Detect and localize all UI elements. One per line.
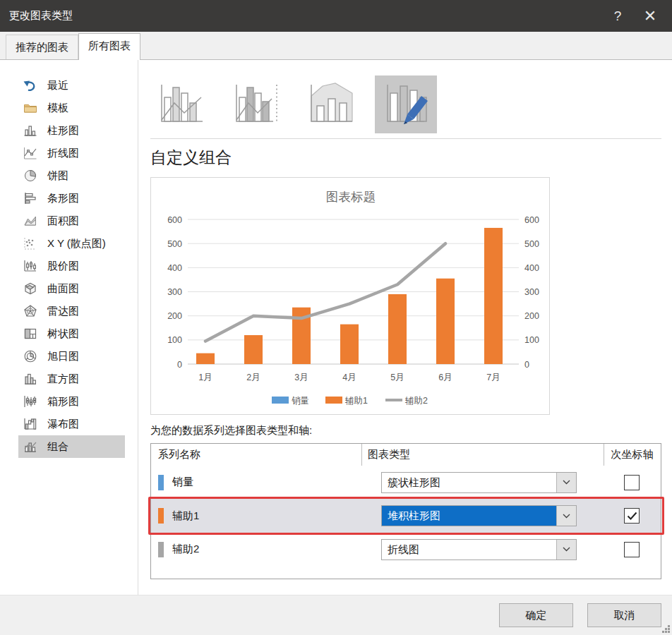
gallery-thumb-clustered-column-line-secondary-axis[interactable] (225, 75, 287, 133)
svg-text:400: 400 (524, 263, 539, 273)
resize-grip-icon[interactable] (661, 624, 670, 633)
sidebar-item-area[interactable]: 面积图 (18, 210, 125, 232)
series-table-header: 系列名称 图表类型 次坐标轴 (151, 444, 661, 466)
dialog-title: 更改图表类型 (0, 9, 601, 23)
svg-text:200: 200 (167, 311, 182, 321)
chart-type-list: 最近模板柱形图折线图饼图条形图面积图X Y (散点图)股价图曲面图雷达图树状图旭… (0, 60, 138, 595)
svg-text:5月: 5月 (390, 373, 404, 382)
series-color-swatch (158, 475, 164, 490)
svg-text:500: 500 (524, 239, 539, 249)
chevron-down-icon[interactable] (556, 506, 576, 526)
svg-text:100: 100 (167, 335, 182, 345)
sidebar-item-label: 条形图 (47, 192, 79, 205)
svg-text:0: 0 (177, 360, 182, 370)
sidebar-item-label: 箱形图 (47, 395, 79, 409)
svg-text:200: 200 (524, 311, 539, 321)
svg-text:7月: 7月 (486, 373, 500, 382)
sidebar-item-combo[interactable]: 组合 (18, 435, 125, 458)
sidebar-item-label: 模板 (47, 102, 68, 115)
sidebar-item-pie[interactable]: 饼图 (18, 164, 125, 187)
svg-text:300: 300 (524, 287, 539, 297)
secondary-axis-checkbox-sales[interactable] (624, 475, 640, 490)
histogram-chart-icon (23, 372, 38, 386)
help-button[interactable]: ? (601, 0, 634, 32)
gallery-thumb-stacked-area-clustered-column[interactable] (300, 75, 362, 133)
sidebar-item-scatter[interactable]: X Y (散点图) (18, 232, 125, 255)
sidebar-item-bar[interactable]: 条形图 (18, 187, 125, 210)
custom-combination-icon (382, 82, 430, 127)
sidebar-item-recent[interactable]: 最近 (18, 74, 125, 97)
svg-text:2月: 2月 (246, 373, 260, 382)
sidebar-item-label: 雷达图 (47, 305, 79, 318)
series-name-label: 辅助1 (172, 509, 199, 523)
sidebar-item-label: 组合 (47, 440, 68, 454)
sidebar-item-stock[interactable]: 股价图 (18, 255, 125, 277)
sidebar-item-template[interactable]: 模板 (18, 97, 125, 119)
ok-button[interactable]: 确定 (499, 603, 573, 627)
header-chart-type: 图表类型 (361, 444, 604, 466)
sidebar-item-label: 最近 (47, 79, 68, 92)
svg-text:600: 600 (167, 215, 182, 225)
chart-type-value: 折线图 (382, 540, 556, 560)
section-heading: 自定义组合 (150, 146, 672, 169)
svg-text:300: 300 (167, 287, 182, 297)
svg-text:6月: 6月 (438, 373, 452, 382)
titlebar[interactable]: 更改图表类型 ? ✕ (0, 0, 672, 32)
secondary-axis-checkbox-aux1[interactable] (624, 508, 640, 524)
cancel-button[interactable]: 取消 (587, 603, 661, 627)
chart-type-dropdown-sales[interactable]: 簇状柱形图 (381, 472, 577, 493)
sidebar-item-histogram[interactable]: 直方图 (18, 368, 125, 390)
sidebar-item-label: 饼图 (47, 169, 68, 183)
pie-chart-icon (23, 169, 38, 183)
tab-all-charts[interactable]: 所有图表 (78, 33, 140, 60)
area-chart-icon (23, 214, 38, 228)
series-name-cell: 销量 (151, 475, 361, 490)
sunburst-chart-icon (23, 349, 38, 363)
series-name-label: 销量 (172, 476, 193, 489)
svg-text:1月: 1月 (198, 373, 212, 382)
tab-recommended-charts[interactable]: 推荐的图表 (6, 35, 78, 60)
box-whisker-chart-icon (23, 394, 38, 409)
chevron-down-icon[interactable] (556, 540, 576, 560)
sidebar-item-surface[interactable]: 曲面图 (18, 277, 125, 300)
secondary-axis-checkbox-aux2[interactable] (624, 542, 640, 557)
treemap-chart-icon (23, 327, 38, 341)
svg-text:100: 100 (524, 335, 539, 345)
sidebar-item-label: 树状图 (47, 327, 79, 341)
svg-text:500: 500 (167, 239, 182, 249)
sidebar-item-boxwhisker[interactable]: 箱形图 (18, 390, 125, 413)
chart-type-dropdown-aux1[interactable]: 堆积柱形图 (381, 505, 577, 526)
sidebar-item-label: X Y (散点图) (47, 237, 106, 250)
dialog-content: 最近模板柱形图折线图饼图条形图面积图X Y (散点图)股价图曲面图雷达图树状图旭… (0, 60, 672, 595)
surface-chart-icon (23, 282, 38, 296)
sidebar-item-waterfall[interactable]: 瀑布图 (18, 413, 125, 435)
series-name-cell: 辅助2 (151, 542, 361, 557)
gallery-thumb-custom-combination[interactable] (375, 75, 437, 133)
clustered-column-line-icon (157, 82, 205, 127)
sidebar-item-treemap[interactable]: 树状图 (18, 322, 125, 345)
svg-text:3月: 3月 (294, 373, 308, 382)
gallery-thumb-clustered-column-line[interactable] (150, 75, 212, 133)
series-table: 系列名称 图表类型 次坐标轴 销量簇状柱形图辅助1堆积柱形图辅助2折线图 (150, 443, 661, 579)
bar-chart-icon (23, 191, 38, 205)
dialog-footer: 确定 取消 (0, 595, 672, 635)
header-series-name: 系列名称 (151, 444, 361, 466)
main-panel: 自定义组合 图表标题001001002002003003004004005005… (138, 60, 672, 595)
scatter-chart-icon (23, 236, 38, 250)
sidebar-item-radar[interactable]: 雷达图 (18, 300, 125, 322)
series-instruction: 为您的数据系列选择图表类型和轴: (150, 424, 672, 437)
sidebar-item-sunburst[interactable]: 旭日图 (18, 345, 125, 368)
svg-text:400: 400 (167, 263, 182, 273)
chart-type-dropdown-aux2[interactable]: 折线图 (381, 539, 577, 560)
header-secondary-axis: 次坐标轴 (604, 444, 660, 466)
sidebar-item-label: 旭日图 (47, 350, 79, 363)
series-row-aux1: 辅助1堆积柱形图 (151, 499, 661, 533)
close-icon[interactable]: ✕ (634, 0, 666, 32)
sidebar-item-label: 瀑布图 (47, 418, 79, 431)
folder-icon (23, 101, 38, 115)
sidebar-item-line[interactable]: 折线图 (18, 142, 125, 164)
svg-text:图表标题: 图表标题 (326, 190, 376, 204)
recent-arrow-icon (23, 78, 38, 92)
sidebar-item-column[interactable]: 柱形图 (18, 119, 125, 142)
chevron-down-icon[interactable] (556, 473, 576, 492)
